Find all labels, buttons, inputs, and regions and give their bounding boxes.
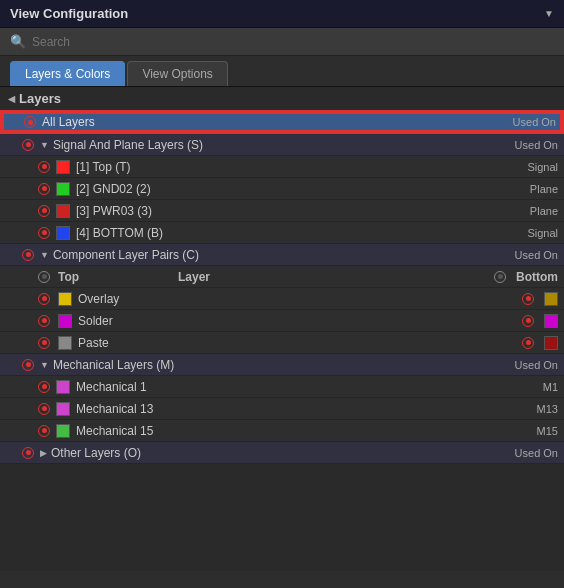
mech1-color-swatch[interactable] [56, 380, 70, 394]
mechanical-used-on: Used On [498, 359, 558, 371]
paste-bottom-color-swatch[interactable] [544, 336, 558, 350]
layer-row-mech1[interactable]: Mechanical 1 M1 [0, 376, 564, 398]
paste-top-eye-icon[interactable] [36, 335, 52, 351]
layer-gnd02-color-swatch[interactable] [56, 182, 70, 196]
layers-header-label: Layers [19, 91, 61, 106]
search-icon: 🔍 [10, 34, 26, 49]
collapse-triangle[interactable]: ◀ [8, 94, 15, 104]
pair-row-paste[interactable]: Paste [0, 332, 564, 354]
layer-top-label: [1] Top (T) [76, 160, 498, 174]
overlay-bottom-eye-icon[interactable] [520, 291, 536, 307]
layer-row-bottom[interactable]: [4] BOTTOM (B) Signal [0, 222, 564, 244]
layer-row-pwr03[interactable]: [3] PWR03 (3) Plane [0, 200, 564, 222]
component-triangle[interactable]: ▼ [40, 250, 49, 260]
other-used-on: Used On [498, 447, 558, 459]
layer-gnd02-label: [2] GND02 (2) [76, 182, 498, 196]
paste-bottom-eye-icon[interactable] [520, 335, 536, 351]
pairs-header-bottom: Bottom [516, 270, 558, 284]
component-label: Component Layer Pairs (C) [53, 248, 498, 262]
layer-gnd02-type: Plane [498, 183, 558, 195]
solder-bottom-color-swatch[interactable] [544, 314, 558, 328]
mech15-color-swatch[interactable] [56, 424, 70, 438]
solder-label: Solder [78, 314, 520, 328]
mech13-type: M13 [498, 403, 558, 415]
component-pairs-header: Top Layer Bottom [0, 266, 564, 288]
layers-section-header: ◀ Layers [0, 87, 564, 110]
all-layers-row[interactable]: All Layers Used On [0, 110, 564, 134]
pair-row-solder[interactable]: Solder [0, 310, 564, 332]
other-label: Other Layers (O) [51, 446, 498, 460]
layer-bottom-color-swatch[interactable] [56, 226, 70, 240]
layer-row-mech13[interactable]: Mechanical 13 M13 [0, 398, 564, 420]
other-group-row[interactable]: ▶ Other Layers (O) Used On [0, 442, 564, 464]
tab-view-options[interactable]: View Options [127, 61, 227, 86]
layer-top-eye-icon[interactable] [36, 159, 52, 175]
pair-row-overlay[interactable]: Overlay [0, 288, 564, 310]
window-title: View Configuration [10, 6, 128, 21]
all-layers-eye-icon[interactable] [22, 114, 38, 130]
paste-top-color-swatch[interactable] [58, 336, 72, 350]
layers-content: ◀ Layers All Layers Used On ▼ Signal And… [0, 87, 564, 571]
signal-planes-group-row[interactable]: ▼ Signal And Plane Layers (S) Used On [0, 134, 564, 156]
layer-bottom-eye-icon[interactable] [36, 225, 52, 241]
title-bar: View Configuration ▼ [0, 0, 564, 28]
pairs-header-layer: Layer [178, 270, 492, 284]
layer-pwr03-type: Plane [498, 205, 558, 217]
solder-bottom-eye-icon[interactable] [520, 313, 536, 329]
other-triangle[interactable]: ▶ [40, 448, 47, 458]
layer-gnd02-eye-icon[interactable] [36, 181, 52, 197]
pairs-header-bottom-eye-icon[interactable] [492, 269, 508, 285]
mech15-type: M15 [498, 425, 558, 437]
mechanical-triangle[interactable]: ▼ [40, 360, 49, 370]
layer-top-color-swatch[interactable] [56, 160, 70, 174]
solder-top-color-swatch[interactable] [58, 314, 72, 328]
layer-row-mech15[interactable]: Mechanical 15 M15 [0, 420, 564, 442]
tab-bar: Layers & Colors View Options [0, 56, 564, 87]
mech13-color-swatch[interactable] [56, 402, 70, 416]
layer-bottom-label: [4] BOTTOM (B) [76, 226, 498, 240]
layer-row-top[interactable]: [1] Top (T) Signal [0, 156, 564, 178]
overlay-top-eye-icon[interactable] [36, 291, 52, 307]
overlay-bottom-color-swatch[interactable] [544, 292, 558, 306]
mechanical-label: Mechanical Layers (M) [53, 358, 498, 372]
mech1-eye-icon[interactable] [36, 379, 52, 395]
pairs-header-eye-icon[interactable] [36, 269, 52, 285]
mech15-label: Mechanical 15 [76, 424, 498, 438]
signal-planes-label: Signal And Plane Layers (S) [53, 138, 498, 152]
layer-bottom-type: Signal [498, 227, 558, 239]
mech13-label: Mechanical 13 [76, 402, 498, 416]
mech1-type: M1 [498, 381, 558, 393]
tab-layers-colors[interactable]: Layers & Colors [10, 61, 125, 86]
mech1-label: Mechanical 1 [76, 380, 498, 394]
chevron-icon[interactable]: ▼ [544, 8, 554, 19]
layer-pwr03-label: [3] PWR03 (3) [76, 204, 498, 218]
search-bar: 🔍 [0, 28, 564, 56]
all-layers-label: All Layers [42, 115, 496, 129]
other-eye-icon[interactable] [20, 445, 36, 461]
signal-planes-eye-icon[interactable] [20, 137, 36, 153]
mech13-eye-icon[interactable] [36, 401, 52, 417]
overlay-top-color-swatch[interactable] [58, 292, 72, 306]
layer-pwr03-eye-icon[interactable] [36, 203, 52, 219]
signal-planes-triangle[interactable]: ▼ [40, 140, 49, 150]
component-group-row[interactable]: ▼ Component Layer Pairs (C) Used On [0, 244, 564, 266]
layer-top-type: Signal [498, 161, 558, 173]
overlay-label: Overlay [78, 292, 520, 306]
pairs-header-top: Top [58, 270, 178, 284]
search-input[interactable] [32, 35, 554, 49]
layer-row-gnd02[interactable]: [2] GND02 (2) Plane [0, 178, 564, 200]
all-layers-used-on: Used On [496, 116, 556, 128]
solder-top-eye-icon[interactable] [36, 313, 52, 329]
component-eye-icon[interactable] [20, 247, 36, 263]
component-used-on: Used On [498, 249, 558, 261]
mechanical-eye-icon[interactable] [20, 357, 36, 373]
layer-pwr03-color-swatch[interactable] [56, 204, 70, 218]
mech15-eye-icon[interactable] [36, 423, 52, 439]
signal-planes-used-on: Used On [498, 139, 558, 151]
paste-label: Paste [78, 336, 520, 350]
mechanical-group-row[interactable]: ▼ Mechanical Layers (M) Used On [0, 354, 564, 376]
